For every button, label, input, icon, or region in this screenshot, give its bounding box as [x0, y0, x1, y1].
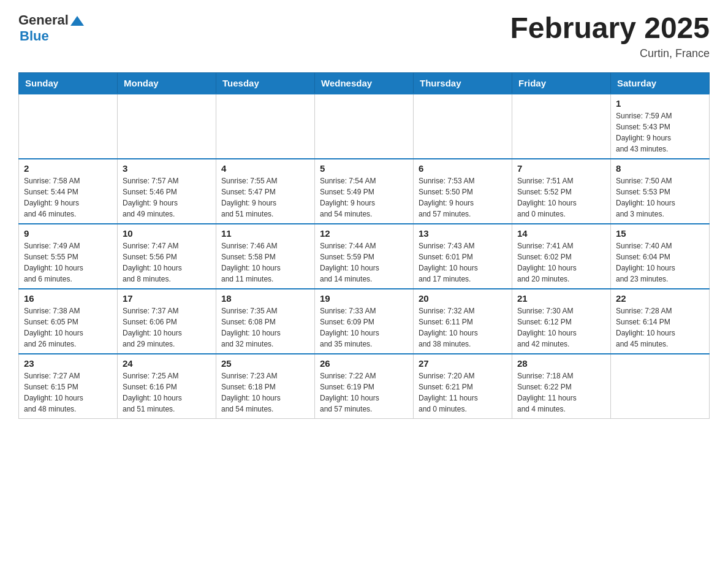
day-number: 24	[123, 358, 211, 369]
day-number: 28	[517, 358, 605, 369]
day-info: Sunrise: 7:41 AMSunset: 6:02 PMDaylight:…	[517, 240, 605, 285]
day-info: Sunrise: 7:57 AMSunset: 5:46 PMDaylight:…	[123, 175, 211, 220]
day-cell: 27Sunrise: 7:20 AMSunset: 6:21 PMDayligh…	[414, 354, 512, 419]
calendar-table: SundayMondayTuesdayWednesdayThursdayFrid…	[18, 72, 710, 419]
day-cell: 23Sunrise: 7:27 AMSunset: 6:15 PMDayligh…	[19, 354, 118, 419]
day-cell: 18Sunrise: 7:35 AMSunset: 6:08 PMDayligh…	[216, 289, 315, 354]
day-info: Sunrise: 7:50 AMSunset: 5:53 PMDaylight:…	[616, 175, 704, 220]
week-row-1: 1Sunrise: 7:59 AMSunset: 5:43 PMDaylight…	[19, 94, 710, 159]
day-number: 12	[320, 228, 408, 239]
day-number: 19	[320, 293, 408, 304]
day-number: 14	[517, 228, 605, 239]
day-number: 5	[320, 163, 408, 174]
day-cell	[315, 94, 414, 159]
header-day-tuesday: Tuesday	[216, 72, 315, 94]
day-cell: 1Sunrise: 7:59 AMSunset: 5:43 PMDaylight…	[611, 94, 710, 159]
day-cell	[118, 94, 216, 159]
day-info: Sunrise: 7:44 AMSunset: 5:59 PMDaylight:…	[320, 240, 408, 285]
day-cell: 26Sunrise: 7:22 AMSunset: 6:19 PMDayligh…	[315, 354, 414, 419]
day-number: 26	[320, 358, 408, 369]
day-cell: 28Sunrise: 7:18 AMSunset: 6:22 PMDayligh…	[512, 354, 611, 419]
logo: General Blue	[18, 12, 84, 44]
week-row-4: 16Sunrise: 7:38 AMSunset: 6:05 PMDayligh…	[19, 289, 710, 354]
day-info: Sunrise: 7:53 AMSunset: 5:50 PMDaylight:…	[419, 175, 507, 220]
day-cell: 13Sunrise: 7:43 AMSunset: 6:01 PMDayligh…	[414, 224, 512, 289]
day-cell	[216, 94, 315, 159]
header-day-friday: Friday	[512, 72, 611, 94]
day-number: 15	[616, 228, 704, 239]
day-cell: 12Sunrise: 7:44 AMSunset: 5:59 PMDayligh…	[315, 224, 414, 289]
day-number: 8	[616, 163, 704, 174]
week-row-3: 9Sunrise: 7:49 AMSunset: 5:55 PMDaylight…	[19, 224, 710, 289]
day-cell	[512, 94, 611, 159]
day-number: 25	[221, 358, 309, 369]
day-number: 6	[419, 163, 507, 174]
location-text: Curtin, France	[510, 47, 710, 60]
title-area: February 2025 Curtin, France	[510, 12, 710, 60]
day-cell: 2Sunrise: 7:58 AMSunset: 5:44 PMDaylight…	[19, 159, 118, 224]
day-number: 11	[221, 228, 309, 239]
calendar-body: 1Sunrise: 7:59 AMSunset: 5:43 PMDaylight…	[19, 94, 710, 419]
day-cell: 19Sunrise: 7:33 AMSunset: 6:09 PMDayligh…	[315, 289, 414, 354]
day-cell: 15Sunrise: 7:40 AMSunset: 6:04 PMDayligh…	[611, 224, 710, 289]
header-day-monday: Monday	[118, 72, 216, 94]
day-info: Sunrise: 7:18 AMSunset: 6:22 PMDaylight:…	[517, 370, 605, 415]
day-info: Sunrise: 7:33 AMSunset: 6:09 PMDaylight:…	[320, 305, 408, 350]
day-cell: 17Sunrise: 7:37 AMSunset: 6:06 PMDayligh…	[118, 289, 216, 354]
day-number: 4	[221, 163, 309, 174]
page-header: General Blue February 2025 Curtin, Franc…	[18, 12, 710, 60]
month-title: February 2025	[510, 12, 710, 45]
day-number: 7	[517, 163, 605, 174]
logo-triangle-icon	[70, 16, 84, 26]
day-info: Sunrise: 7:30 AMSunset: 6:12 PMDaylight:…	[517, 305, 605, 350]
day-info: Sunrise: 7:51 AMSunset: 5:52 PMDaylight:…	[517, 175, 605, 220]
logo-blue-text: Blue	[20, 28, 49, 44]
week-row-2: 2Sunrise: 7:58 AMSunset: 5:44 PMDaylight…	[19, 159, 710, 224]
day-cell: 10Sunrise: 7:47 AMSunset: 5:56 PMDayligh…	[118, 224, 216, 289]
header-day-thursday: Thursday	[414, 72, 512, 94]
day-number: 22	[616, 293, 704, 304]
day-cell: 6Sunrise: 7:53 AMSunset: 5:50 PMDaylight…	[414, 159, 512, 224]
header-day-saturday: Saturday	[611, 72, 710, 94]
day-cell: 24Sunrise: 7:25 AMSunset: 6:16 PMDayligh…	[118, 354, 216, 419]
day-info: Sunrise: 7:47 AMSunset: 5:56 PMDaylight:…	[123, 240, 211, 285]
day-number: 13	[419, 228, 507, 239]
day-cell	[611, 354, 710, 419]
day-number: 10	[123, 228, 211, 239]
day-info: Sunrise: 7:25 AMSunset: 6:16 PMDaylight:…	[123, 370, 211, 415]
logo-general-text: General	[18, 12, 69, 28]
day-info: Sunrise: 7:43 AMSunset: 6:01 PMDaylight:…	[419, 240, 507, 285]
day-info: Sunrise: 7:23 AMSunset: 6:18 PMDaylight:…	[221, 370, 309, 415]
day-cell: 7Sunrise: 7:51 AMSunset: 5:52 PMDaylight…	[512, 159, 611, 224]
day-number: 23	[24, 358, 112, 369]
day-number: 2	[24, 163, 112, 174]
day-number: 16	[24, 293, 112, 304]
day-cell: 22Sunrise: 7:28 AMSunset: 6:14 PMDayligh…	[611, 289, 710, 354]
day-number: 27	[419, 358, 507, 369]
week-row-5: 23Sunrise: 7:27 AMSunset: 6:15 PMDayligh…	[19, 354, 710, 419]
day-cell: 20Sunrise: 7:32 AMSunset: 6:11 PMDayligh…	[414, 289, 512, 354]
day-number: 20	[419, 293, 507, 304]
day-cell: 3Sunrise: 7:57 AMSunset: 5:46 PMDaylight…	[118, 159, 216, 224]
day-info: Sunrise: 7:38 AMSunset: 6:05 PMDaylight:…	[24, 305, 112, 350]
day-cell: 14Sunrise: 7:41 AMSunset: 6:02 PMDayligh…	[512, 224, 611, 289]
day-number: 18	[221, 293, 309, 304]
day-cell	[19, 94, 118, 159]
day-info: Sunrise: 7:20 AMSunset: 6:21 PMDaylight:…	[419, 370, 507, 415]
day-info: Sunrise: 7:35 AMSunset: 6:08 PMDaylight:…	[221, 305, 309, 350]
day-number: 3	[123, 163, 211, 174]
day-number: 1	[616, 98, 704, 109]
day-cell: 5Sunrise: 7:54 AMSunset: 5:49 PMDaylight…	[315, 159, 414, 224]
day-info: Sunrise: 7:40 AMSunset: 6:04 PMDaylight:…	[616, 240, 704, 285]
day-cell	[414, 94, 512, 159]
day-cell: 21Sunrise: 7:30 AMSunset: 6:12 PMDayligh…	[512, 289, 611, 354]
day-info: Sunrise: 7:22 AMSunset: 6:19 PMDaylight:…	[320, 370, 408, 415]
day-info: Sunrise: 7:46 AMSunset: 5:58 PMDaylight:…	[221, 240, 309, 285]
header-day-sunday: Sunday	[19, 72, 118, 94]
day-info: Sunrise: 7:54 AMSunset: 5:49 PMDaylight:…	[320, 175, 408, 220]
day-info: Sunrise: 7:28 AMSunset: 6:14 PMDaylight:…	[616, 305, 704, 350]
day-cell: 11Sunrise: 7:46 AMSunset: 5:58 PMDayligh…	[216, 224, 315, 289]
header-row: SundayMondayTuesdayWednesdayThursdayFrid…	[19, 72, 710, 94]
day-number: 21	[517, 293, 605, 304]
day-info: Sunrise: 7:37 AMSunset: 6:06 PMDaylight:…	[123, 305, 211, 350]
